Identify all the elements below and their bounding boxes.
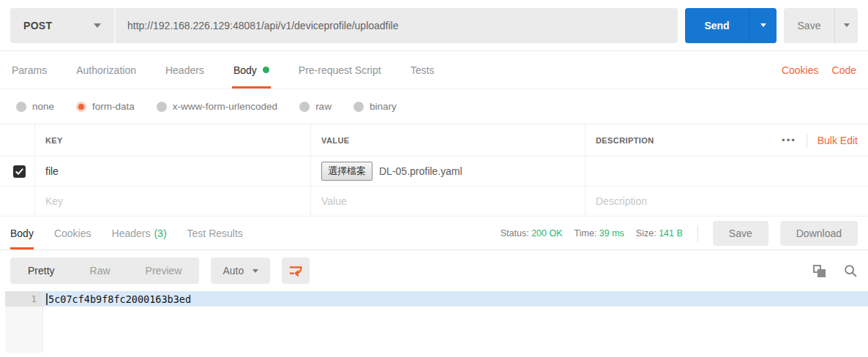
- size-badge: Size: 141 B: [636, 228, 683, 238]
- table-header-actions: ••• Bulk Edit: [782, 133, 858, 148]
- value-cell-empty[interactable]: Value: [311, 187, 585, 216]
- toolbar-icons: [813, 263, 858, 278]
- tab-body-label: Body: [233, 64, 257, 76]
- description-column-header: DESCRIPTION ••• Bulk Edit: [585, 124, 868, 156]
- response-tab-body-label: Body: [10, 228, 34, 239]
- chevron-down-icon: [94, 23, 101, 28]
- tab-authorization[interactable]: Authorization: [76, 51, 136, 89]
- tab-authorization-label: Authorization: [76, 64, 136, 76]
- size-label: Size:: [636, 228, 656, 238]
- mode-raw-label: raw: [315, 101, 332, 112]
- view-raw-tab[interactable]: Raw: [72, 258, 128, 284]
- send-button[interactable]: Send: [685, 8, 749, 43]
- tab-tests[interactable]: Tests: [411, 51, 435, 89]
- method-label: POST: [23, 20, 52, 31]
- choose-file-button[interactable]: 選擇檔案: [321, 162, 373, 181]
- tab-tests-label: Tests: [411, 64, 435, 76]
- response-tab-headers-label: Headers: [112, 228, 151, 239]
- send-options-button[interactable]: [749, 8, 777, 43]
- value-cell: 選擇檔案 DL-05.profile.yaml: [311, 157, 585, 186]
- key-placeholder: Key: [45, 195, 63, 207]
- tab-headers[interactable]: Headers: [165, 51, 204, 89]
- description-cell[interactable]: [585, 157, 868, 186]
- row-select-cell: [0, 157, 35, 186]
- view-mode-segmented-control: Pretty Raw Preview: [10, 258, 199, 284]
- key-value: file: [45, 165, 59, 177]
- format-dropdown[interactable]: Auto: [211, 258, 270, 284]
- time-badge: Time: 39 ms: [575, 228, 624, 238]
- mode-none-label: none: [32, 101, 54, 112]
- mode-form-data-label: form-data: [92, 101, 135, 112]
- mode-binary[interactable]: binary: [353, 101, 397, 112]
- key-cell-empty[interactable]: Key: [35, 187, 311, 216]
- response-tab-test-results[interactable]: Test Results: [187, 217, 243, 249]
- view-pretty-tab[interactable]: Pretty: [10, 258, 72, 284]
- status-value: 200 OK: [531, 228, 562, 238]
- tab-params-label: Params: [12, 64, 47, 76]
- request-bar: POST http://192.168.226.129:48081/api/v1…: [0, 0, 868, 51]
- more-options-icon[interactable]: •••: [782, 135, 796, 146]
- mode-urlencoded-label: x-www-form-urlencoded: [173, 101, 277, 112]
- chevron-down-icon: [844, 23, 850, 27]
- description-cell-empty[interactable]: Description: [585, 187, 868, 216]
- description-placeholder: Description: [596, 195, 647, 207]
- response-toolbar: Pretty Raw Preview Auto: [0, 250, 868, 291]
- view-preview-tab[interactable]: Preview: [128, 258, 200, 284]
- request-tabs: Params Authorization Headers Body Pre-re…: [0, 51, 868, 89]
- tab-params[interactable]: Params: [12, 51, 47, 89]
- key-cell[interactable]: file: [35, 157, 311, 186]
- response-tab-headers[interactable]: Headers (3): [112, 217, 167, 249]
- selected-file-name: DL-05.profile.yaml: [379, 165, 463, 177]
- check-icon: [15, 168, 23, 176]
- table-placeholder-row: Key Value Description: [0, 187, 868, 217]
- tab-prerequest-script[interactable]: Pre-request Script: [299, 51, 381, 89]
- wrap-text-button[interactable]: [282, 258, 310, 284]
- cookies-link[interactable]: Cookies: [782, 64, 819, 76]
- radio-icon: [16, 102, 26, 112]
- code-line-selected: 5c07cf4b9f8fc2000163b3ed: [43, 291, 868, 307]
- save-response-button[interactable]: Save: [713, 221, 768, 246]
- download-response-button[interactable]: Download: [780, 221, 858, 246]
- code-editor[interactable]: 5c07cf4b9f8fc2000163b3ed: [43, 291, 868, 353]
- copy-icon[interactable]: [813, 265, 826, 277]
- body-mode-row: none form-data x-www-form-urlencoded raw…: [0, 89, 868, 124]
- method-dropdown[interactable]: POST: [10, 8, 116, 43]
- chevron-down-icon: [252, 269, 258, 273]
- mode-urlencoded[interactable]: x-www-form-urlencoded: [157, 101, 277, 112]
- chevron-down-icon: [760, 23, 766, 27]
- format-dropdown-label: Auto: [222, 265, 244, 277]
- wrap-text-icon: [288, 263, 304, 279]
- line-number: 1: [5, 291, 42, 307]
- response-meta-row: Body Cookies Headers (3) Test Results St…: [0, 217, 868, 250]
- line-number-gutter: 1: [5, 291, 43, 353]
- response-tab-body[interactable]: Body: [10, 217, 34, 249]
- send-button-group: Send: [685, 8, 777, 43]
- radio-icon: [157, 102, 167, 112]
- response-status-group: Status: 200 OK Time: 39 ms Size: 141 B S…: [501, 217, 858, 249]
- radio-selected-icon: [76, 102, 86, 112]
- tab-headers-label: Headers: [165, 64, 204, 76]
- response-tab-cookies[interactable]: Cookies: [54, 217, 91, 249]
- size-value: 141 B: [659, 228, 683, 238]
- table-header-row: KEY VALUE DESCRIPTION ••• Bulk Edit: [0, 124, 868, 157]
- tab-links: Cookies Code: [782, 51, 856, 89]
- mode-none[interactable]: none: [16, 101, 54, 112]
- select-column-header: [0, 124, 35, 156]
- url-input[interactable]: http://192.168.226.129:48081/api/v1/devi…: [116, 8, 678, 43]
- row-checkbox-checked[interactable]: [13, 165, 26, 178]
- bulk-edit-link[interactable]: Bulk Edit: [818, 135, 858, 146]
- mode-raw[interactable]: raw: [299, 101, 332, 112]
- value-column-header: VALUE: [311, 124, 585, 156]
- tab-body[interactable]: Body: [233, 51, 269, 89]
- description-header-label: DESCRIPTION: [596, 136, 654, 145]
- save-options-button[interactable]: [834, 8, 858, 43]
- response-tab-cookies-label: Cookies: [54, 228, 91, 239]
- key-column-header: KEY: [35, 124, 311, 156]
- divider: [807, 133, 807, 148]
- search-icon[interactable]: [843, 263, 858, 278]
- response-body-text: 5c07cf4b9f8fc2000163b3ed: [48, 293, 191, 305]
- code-link[interactable]: Code: [832, 64, 856, 76]
- active-tab-underline: [232, 86, 271, 89]
- save-button[interactable]: Save: [784, 8, 834, 43]
- mode-form-data[interactable]: form-data: [76, 101, 135, 112]
